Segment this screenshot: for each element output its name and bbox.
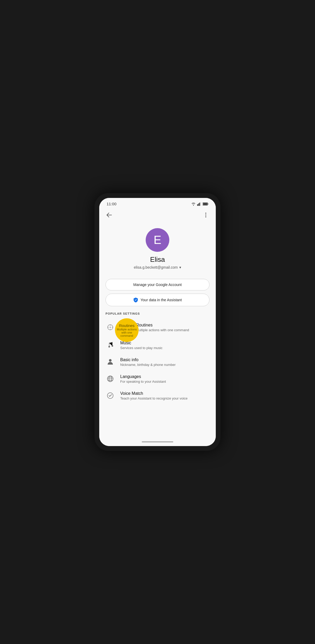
routines-text: Routines Multiple actions with one comma… — [136, 323, 209, 332]
manage-account-button[interactable]: Manage your Google Account — [106, 279, 209, 290]
routines-tooltip: Routines Multiple actions with one comma… — [115, 318, 139, 342]
your-data-label: Your data in the Assistant — [140, 298, 182, 302]
voice-match-text: Voice Match Teach your Assistant to reco… — [120, 391, 209, 400]
top-bar — [99, 208, 216, 223]
avatar: E — [146, 228, 169, 252]
languages-title: Languages — [120, 374, 209, 379]
languages-subtitle: For speaking to your Assistant — [120, 380, 209, 384]
svg-rect-1 — [198, 203, 199, 206]
routines-subtitle: Multiple actions with one command — [136, 328, 209, 332]
home-indicator — [99, 439, 216, 446]
email-row[interactable]: elisa.g.beckett@gmail.com ▾ — [134, 265, 181, 269]
music-icon-wrap — [106, 340, 115, 350]
voice-match-title: Voice Match — [120, 391, 209, 396]
profile-section: E Elisa elisa.g.beckett@gmail.com ▾ — [99, 223, 216, 279]
svg-rect-0 — [197, 204, 198, 206]
music-title: Music — [120, 341, 209, 345]
music-text: Music Services used to play music — [120, 341, 209, 350]
phone-screen: 11:00 — [99, 198, 216, 446]
settings-list: Routines Multiple actions with one comma… — [104, 318, 211, 404]
dot-3 — [205, 216, 206, 217]
voice-match-icon — [107, 392, 114, 399]
signal-icon — [197, 202, 201, 206]
person-icon — [107, 358, 113, 366]
routines-icon-wrap — [106, 323, 115, 332]
svg-rect-6 — [203, 203, 207, 205]
routines-title: Routines — [136, 323, 209, 328]
section-label: POPULAR SETTINGS — [104, 312, 211, 315]
music-icon — [107, 341, 113, 349]
dot-1 — [205, 213, 206, 214]
voice-match-subtitle: Teach your Assistant to recognize your v… — [120, 396, 209, 400]
svg-point-14 — [112, 345, 113, 347]
action-buttons: Manage your Google Account Your data in … — [99, 279, 216, 306]
phone-frame: 11:00 — [94, 193, 220, 451]
basic-info-subtitle: Nickname, birthday & phone number — [120, 363, 209, 367]
back-button[interactable] — [104, 210, 114, 220]
user-name: Elisa — [150, 255, 165, 264]
svg-point-13 — [108, 346, 110, 347]
tooltip-subtitle: Multiple actions with one command — [115, 328, 139, 337]
svg-point-15 — [109, 359, 112, 362]
home-bar — [142, 441, 173, 442]
battery-icon — [203, 202, 208, 206]
svg-point-8 — [110, 327, 111, 328]
languages-text: Languages For speaking to your Assistant — [120, 374, 209, 384]
more-button[interactable] — [201, 210, 211, 220]
tooltip-title: Routines — [119, 323, 134, 328]
person-icon-wrap — [106, 357, 115, 367]
chevron-down-icon: ▾ — [179, 265, 181, 269]
settings-item-languages[interactable]: Languages For speaking to your Assistant — [104, 370, 211, 387]
dot-2 — [205, 214, 206, 216]
music-subtitle: Services used to play music — [120, 346, 209, 350]
wifi-icon — [191, 202, 196, 206]
status-time: 11:00 — [107, 202, 117, 206]
settings-item-routines[interactable]: Routines Multiple actions with one comma… — [104, 318, 211, 337]
svg-rect-2 — [199, 203, 200, 206]
language-icon-wrap — [106, 374, 115, 384]
settings-item-voice-match[interactable]: Voice Match Teach your Assistant to reco… — [104, 387, 211, 404]
svg-rect-5 — [208, 203, 208, 205]
basic-info-title: Basic info — [120, 357, 209, 362]
email-text: elisa.g.beckett@gmail.com — [134, 265, 178, 269]
language-icon — [107, 375, 114, 382]
routines-icon — [107, 324, 114, 331]
shield-icon — [133, 297, 138, 303]
your-data-button[interactable]: Your data in the Assistant — [106, 294, 209, 306]
voice-match-icon-wrap — [106, 391, 115, 400]
svg-rect-3 — [200, 202, 201, 206]
basic-info-text: Basic info Nickname, birthday & phone nu… — [120, 357, 209, 367]
manage-account-label: Manage your Google Account — [133, 283, 182, 287]
avatar-letter: E — [154, 233, 161, 247]
settings-item-basic-info[interactable]: Basic info Nickname, birthday & phone nu… — [104, 354, 211, 370]
settings-section: POPULAR SETTINGS — [99, 312, 216, 439]
status-bar: 11:00 — [99, 198, 216, 208]
status-icons — [191, 202, 208, 206]
